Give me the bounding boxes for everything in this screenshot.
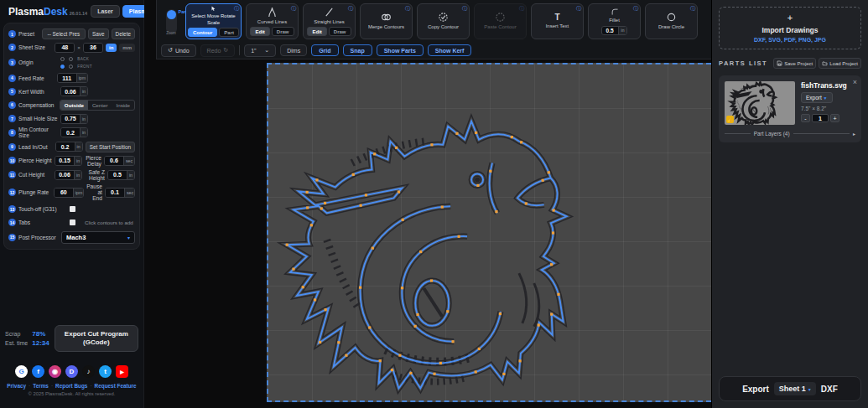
show-parts-toggle-button[interactable]: Show Parts xyxy=(377,44,424,56)
small-hole-row: 7 Small Hole Size 0.75in xyxy=(8,113,135,124)
part-button[interactable]: Part xyxy=(219,28,239,37)
privacy-link[interactable]: Privacy xyxy=(7,383,26,389)
pause-end-input[interactable]: 0.1 xyxy=(106,189,124,197)
straight-edit-button[interactable]: Edit xyxy=(307,27,326,36)
est-time-label: Est. time xyxy=(5,340,28,346)
youtube-icon[interactable]: ▶ xyxy=(116,365,128,378)
part-layers-row[interactable]: Part Layers (4) ▸ xyxy=(725,131,855,137)
tool-draw-circle[interactable]: ⓘ Draw Circle xyxy=(645,3,698,39)
undo-button[interactable]: ↺Undo xyxy=(161,44,196,57)
info-icon[interactable]: ⓘ xyxy=(690,5,695,13)
unit-in-toggle[interactable]: in xyxy=(106,44,117,52)
tool-straight-lines[interactable]: ⓘ Straight Lines Edit Draw xyxy=(303,3,356,39)
preset-delete-button[interactable]: Delete xyxy=(112,28,135,39)
info-icon[interactable]: ⓘ xyxy=(633,5,638,13)
tool-curved-lines[interactable]: ⓘ Curved Lines Edit Draw xyxy=(246,3,299,39)
fillet-input[interactable]: 0.5 xyxy=(602,27,618,34)
load-project-button[interactable]: Load Project xyxy=(819,58,861,69)
tool-merge-contours[interactable]: ⓘ Merge Contours xyxy=(360,3,413,39)
pan-zoom-pill[interactable]: Pan Zoom xyxy=(166,9,177,34)
unit-mm-toggle[interactable]: mm xyxy=(119,44,135,52)
tabs-checkbox[interactable] xyxy=(70,219,75,225)
compensation-inside[interactable]: Inside xyxy=(112,101,134,110)
compensation-outside[interactable]: Outside xyxy=(60,101,88,110)
preset-save-button[interactable]: Save xyxy=(88,28,109,39)
sheet-width-input[interactable]: 48 xyxy=(55,44,74,52)
part-export-dropdown[interactable]: Export ▼ xyxy=(801,92,833,103)
info-icon[interactable]: ⓘ xyxy=(519,5,524,13)
show-kerf-toggle-button[interactable]: Show Kerf xyxy=(428,44,472,56)
import-drawings-dropzone[interactable]: + Import Drawings DXF, SVG, PDF, PNG, JP… xyxy=(719,7,861,49)
grid-scale-select[interactable]: 1"⌄ xyxy=(244,44,276,57)
twitter-icon[interactable]: t xyxy=(99,365,112,378)
google-icon[interactable]: G xyxy=(15,365,28,378)
info-icon[interactable]: ⓘ xyxy=(234,5,239,13)
instagram-icon[interactable]: ◉ xyxy=(49,365,61,378)
save-project-button[interactable]: Save Project xyxy=(773,58,816,69)
redo-button[interactable]: Redo↻ xyxy=(200,44,236,57)
min-contour-input[interactable]: 0.2 xyxy=(61,128,80,137)
tiktok-icon[interactable]: ♪ xyxy=(82,365,95,378)
info-icon[interactable]: ⓘ xyxy=(291,5,296,13)
snap-toggle-button[interactable]: Snap xyxy=(343,44,372,56)
kerf-width-input[interactable]: 0.06 xyxy=(61,87,80,96)
origin-front-right-radio[interactable] xyxy=(69,65,73,69)
sheet[interactable] xyxy=(267,63,711,402)
cut-height-input[interactable]: 0.06 xyxy=(55,171,74,179)
straight-draw-button[interactable]: Draw xyxy=(329,27,351,36)
sheet-height-input[interactable]: 36 xyxy=(84,44,102,52)
touchoff-checkbox[interactable] xyxy=(70,206,75,212)
contour-button[interactable]: Contour xyxy=(188,28,217,37)
plunge-rate-input[interactable]: 60 xyxy=(55,189,73,197)
fish-part[interactable] xyxy=(287,121,567,389)
set-start-position-button[interactable]: Set Start Position xyxy=(86,142,135,152)
part-card[interactable]: × 👍 fishTrans.svg Export ▼ 7.5" × 8.2" -… xyxy=(719,75,861,142)
grid-toggle-button[interactable]: Grid xyxy=(311,44,338,56)
info-icon[interactable]: ⓘ xyxy=(576,5,581,13)
laser-mode-button[interactable]: Laser xyxy=(91,5,120,18)
feed-rate-input[interactable]: 111 xyxy=(58,74,76,82)
pierce-delay-input[interactable]: 0.6 xyxy=(105,157,123,165)
request-feature-link[interactable]: Request Feature xyxy=(95,383,137,389)
discord-icon[interactable]: D xyxy=(65,365,78,378)
dims-button[interactable]: Dims xyxy=(280,44,307,56)
info-icon[interactable]: ⓘ xyxy=(405,5,410,13)
pierce-height-input[interactable]: 0.15 xyxy=(55,157,74,165)
sheet-select-dropdown[interactable]: Sheet 1 ▾ xyxy=(774,382,816,395)
origin-front-label: FRONT xyxy=(77,65,92,69)
post-processor-select[interactable]: Mach3 ▾ xyxy=(61,231,135,244)
curved-draw-button[interactable]: Draw xyxy=(272,27,294,36)
export-gcode-button[interactable]: Export Cut Program (GCode) xyxy=(55,325,138,353)
qty-plus-button[interactable]: + xyxy=(830,114,839,122)
tool-fillet[interactable]: ⓘ Fillet 0.5 in xyxy=(588,3,641,39)
facebook-icon[interactable]: f xyxy=(32,365,44,378)
cut-height-unit: in xyxy=(74,171,81,179)
report-bugs-link[interactable]: Report Bugs xyxy=(55,383,87,389)
part-thumbnail[interactable]: 👍 xyxy=(725,81,795,125)
terms-link[interactable]: Terms xyxy=(33,383,49,389)
lead-input[interactable]: 0.2 xyxy=(56,142,75,151)
close-icon[interactable]: × xyxy=(853,78,857,86)
qty-value[interactable]: 1 xyxy=(812,114,829,122)
curved-edit-button[interactable]: Edit xyxy=(250,27,269,36)
expand-arrow-icon[interactable]: ▸ xyxy=(853,131,855,137)
pan-zoom-toggle[interactable]: Pan Zoom xyxy=(161,3,181,39)
small-hole-input[interactable]: 0.75 xyxy=(61,115,80,123)
compensation-center[interactable]: Center xyxy=(88,101,112,110)
info-icon[interactable]: ⓘ xyxy=(348,5,353,13)
canvas-area[interactable]: Pan Zoom ⓘ Select Move Rotate Scale Cont… xyxy=(144,0,711,408)
tool-select-move-rotate-scale[interactable]: ⓘ Select Move Rotate Scale Contour Part xyxy=(185,3,242,39)
part-export-label: Export xyxy=(806,95,822,101)
circle-icon xyxy=(666,12,677,23)
qty-minus-button[interactable]: - xyxy=(801,114,810,122)
preset-select[interactable]: -- Select Pres xyxy=(42,28,86,39)
tool-paste-contour[interactable]: ⓘ Paste Contour xyxy=(474,3,527,39)
info-icon[interactable]: ⓘ xyxy=(462,5,467,13)
safe-z-input[interactable]: 0.5 xyxy=(108,171,127,179)
tool-copy-contour[interactable]: ⓘ Copy Contour xyxy=(417,3,470,39)
origin-back-right-radio[interactable] xyxy=(69,57,73,61)
origin-front-left-radio[interactable] xyxy=(60,65,65,69)
origin-back-left-radio[interactable] xyxy=(60,57,65,61)
tool-insert-text[interactable]: ⓘ T Insert Text xyxy=(531,3,584,39)
export-format-label[interactable]: DXF xyxy=(821,385,838,394)
